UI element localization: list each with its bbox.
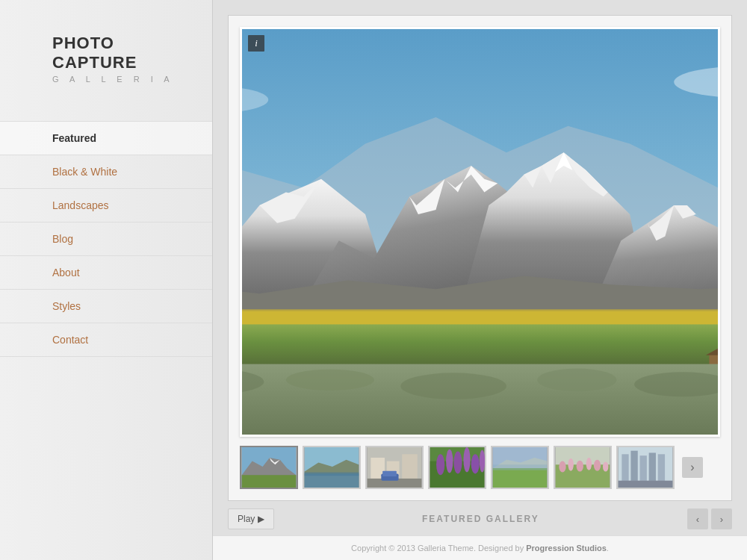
svg-point-53 [463, 447, 470, 473]
svg-point-63 [568, 458, 573, 471]
pagination: ‹ › [687, 508, 732, 529]
nav: FeaturedBlack & WhiteLandscapesBlogAbout… [0, 121, 212, 357]
outer-wrapper: i [213, 0, 747, 560]
svg-point-24 [286, 370, 374, 391]
footer-text: Copyright © 2013 Galleria Theme. Designe… [351, 544, 526, 553]
svg-rect-70 [630, 451, 637, 482]
thumbnail-4[interactable] [428, 446, 486, 489]
svg-rect-71 [640, 455, 647, 482]
footer-suffix: . [607, 544, 609, 553]
svg-point-67 [603, 462, 608, 472]
svg-point-65 [586, 458, 592, 470]
svg-rect-74 [619, 481, 673, 488]
gallery-label: FEATURED GALLERY [282, 514, 680, 524]
svg-rect-57 [493, 468, 548, 488]
svg-point-50 [436, 454, 444, 475]
svg-rect-39 [305, 473, 359, 488]
thumbnails-row: › [240, 446, 720, 489]
sidebar-item-featured[interactable]: Featured [0, 121, 212, 155]
svg-rect-69 [622, 454, 628, 482]
svg-rect-16 [242, 324, 718, 368]
svg-rect-40 [305, 473, 359, 476]
svg-rect-36 [242, 475, 297, 488]
main-content: i [213, 0, 747, 560]
bottom-bar: Play ▶ FEATURED GALLERY ‹ › [228, 501, 732, 535]
sidebar-item-about[interactable]: About [0, 256, 212, 290]
thumbnail-2[interactable] [303, 446, 361, 489]
svg-rect-59 [493, 464, 548, 470]
svg-point-26 [537, 368, 616, 391]
thumbnail-6[interactable] [554, 446, 612, 489]
main-landscape-svg [242, 29, 718, 435]
svg-rect-73 [658, 454, 665, 482]
svg-point-51 [446, 449, 453, 473]
gallery-container: i [228, 15, 732, 501]
svg-rect-47 [382, 471, 397, 476]
svg-rect-44 [402, 454, 417, 482]
thumbnail-7[interactable] [616, 446, 675, 489]
sidebar-item-black-white[interactable]: Black & White [0, 155, 212, 189]
logo-area: PHOTO CAPTURE G A L L E R I A [0, 0, 212, 113]
sidebar-item-blog[interactable]: Blog [0, 223, 212, 256]
svg-point-66 [594, 460, 601, 471]
svg-point-52 [453, 452, 462, 474]
svg-rect-72 [649, 452, 656, 482]
thumbnails-next-arrow[interactable]: › [682, 457, 703, 478]
sidebar: PHOTO CAPTURE G A L L E R I A FeaturedBl… [0, 0, 213, 560]
footer: Copyright © 2013 Galleria Theme. Designe… [213, 535, 747, 560]
play-button[interactable]: Play ▶ [228, 508, 274, 529]
svg-point-54 [471, 454, 480, 473]
svg-point-64 [577, 461, 583, 472]
thumbnail-1[interactable] [240, 446, 298, 489]
sidebar-item-contact[interactable]: Contact [0, 323, 212, 357]
sidebar-item-landscapes[interactable]: Landscapes [0, 189, 212, 223]
main-image: i [240, 27, 720, 437]
logo-title: PHOTO CAPTURE [52, 34, 190, 73]
footer-link[interactable]: Progression Studios [526, 544, 607, 553]
logo-subtitle: G A L L E R I A [52, 75, 190, 84]
svg-point-55 [480, 450, 485, 473]
prev-page-button[interactable]: ‹ [687, 508, 708, 529]
sidebar-item-styles[interactable]: Styles [0, 290, 212, 323]
svg-point-25 [400, 373, 506, 399]
thumbnail-5[interactable] [491, 446, 549, 489]
thumbnail-3[interactable] [365, 446, 424, 489]
next-page-button[interactable]: › [711, 508, 732, 529]
info-button[interactable]: i [248, 35, 264, 52]
svg-point-62 [559, 461, 565, 473]
